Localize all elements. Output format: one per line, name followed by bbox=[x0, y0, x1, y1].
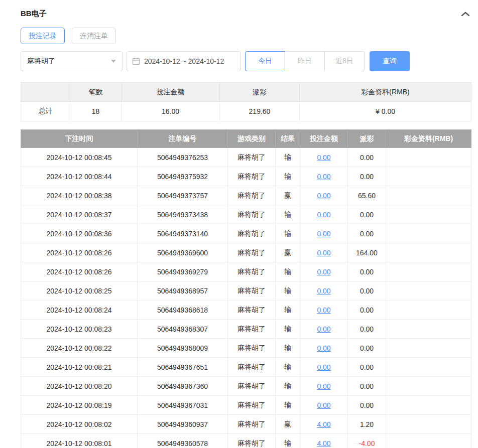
bet-amount-link[interactable]: 0.00 bbox=[317, 268, 330, 276]
bet-amount-link[interactable]: 4.00 bbox=[317, 439, 330, 447]
bet-amount-link[interactable]: 0.00 bbox=[317, 287, 330, 295]
payout-cell: 0.00 bbox=[348, 148, 386, 167]
game-type-cell: 麻将胡了 bbox=[228, 205, 276, 224]
order-id-cell: 5064949368957 bbox=[138, 281, 228, 301]
bet-amount-link[interactable]: 0.00 bbox=[317, 401, 330, 409]
payout-cell: 0.00 bbox=[348, 301, 386, 320]
bet-amount-cell: 4.00 bbox=[300, 415, 348, 434]
bet-amount-link[interactable]: 4.00 bbox=[317, 420, 330, 428]
order-id-cell: 5064949367651 bbox=[138, 358, 228, 377]
payout-cell: 0.00 bbox=[348, 377, 386, 396]
records-tbody: 2024-10-12 00:08:455064949376253麻将胡了输0.0… bbox=[21, 148, 471, 448]
summary-header-bonus: 彩金资料(RMB) bbox=[300, 83, 471, 102]
result-cell: 输 bbox=[276, 148, 300, 167]
bet-time-cell: 2024-10-12 00:08:20 bbox=[21, 377, 138, 396]
bet-amount-link[interactable]: 0.00 bbox=[317, 249, 330, 257]
yesterday-button[interactable]: 昨日 bbox=[285, 51, 325, 71]
bonus-cell bbox=[386, 262, 471, 281]
bet-amount-cell: 0.00 bbox=[300, 339, 348, 358]
date-range-input[interactable]: 2024-10-12 ~ 2024-10-12 bbox=[127, 51, 241, 71]
summary-header-count: 笔数 bbox=[70, 83, 122, 102]
collapse-chevron-up-icon[interactable] bbox=[460, 10, 471, 18]
calendar-icon bbox=[132, 57, 140, 65]
bet-amount-link[interactable]: 0.00 bbox=[317, 154, 330, 162]
bet-time-cell: 2024-10-12 00:08:21 bbox=[21, 358, 138, 377]
game-type-cell: 麻将胡了 bbox=[228, 358, 276, 377]
game-type-cell: 麻将胡了 bbox=[228, 377, 276, 396]
bonus-cell bbox=[386, 339, 471, 358]
result-cell: 赢 bbox=[276, 243, 300, 262]
table-row: 2024-10-12 00:08:385064949373757麻将胡了赢0.0… bbox=[21, 186, 471, 205]
game-type-cell: 麻将胡了 bbox=[228, 262, 276, 281]
table-row: 2024-10-12 00:08:195064949367031麻将胡了输0.0… bbox=[21, 396, 471, 415]
bet-amount-link[interactable]: 0.00 bbox=[317, 325, 330, 333]
order-id-cell: 5064949367031 bbox=[138, 396, 228, 415]
payout-cell: 0.00 bbox=[348, 320, 386, 339]
summary-total-count: 18 bbox=[70, 102, 122, 121]
table-row: 2024-10-12 00:08:205064949367360麻将胡了输0.0… bbox=[21, 377, 471, 396]
tab-cancelled-orders[interactable]: 连消注单 bbox=[72, 28, 116, 44]
payout-cell: 0.00 bbox=[348, 396, 386, 415]
bonus-cell bbox=[386, 396, 471, 415]
bet-time-cell: 2024-10-12 00:08:38 bbox=[21, 186, 138, 205]
bet-amount-link[interactable]: 0.00 bbox=[317, 192, 330, 200]
bonus-cell bbox=[386, 320, 471, 339]
chevron-down-icon bbox=[111, 60, 116, 63]
betting-records-panel: BB电子 投注记录 连消注单 麻将胡了 2024-10-12 ~ 2024-10… bbox=[0, 0, 478, 448]
payout-cell: 0.00 bbox=[348, 339, 386, 358]
records-header-order-id: 注单编号 bbox=[138, 130, 228, 148]
payout-cell: 1.20 bbox=[348, 415, 386, 434]
payout-cell: 0.00 bbox=[348, 358, 386, 377]
result-cell: 输 bbox=[276, 320, 300, 339]
bonus-cell bbox=[386, 167, 471, 186]
query-button[interactable]: 查询 bbox=[370, 51, 410, 71]
table-row: 2024-10-12 00:08:445064949375932麻将胡了输0.0… bbox=[21, 167, 471, 186]
tab-bet-records[interactable]: 投注记录 bbox=[21, 28, 65, 44]
bet-amount-link[interactable]: 0.00 bbox=[317, 363, 330, 371]
bet-amount-cell: 0.00 bbox=[300, 358, 348, 377]
payout-cell: -4.00 bbox=[348, 434, 386, 448]
order-id-cell: 5064949367360 bbox=[138, 377, 228, 396]
order-id-cell: 5064949368618 bbox=[138, 301, 228, 320]
tab-bar: 投注记录 连消注单 bbox=[21, 28, 471, 44]
game-type-cell: 麻将胡了 bbox=[228, 434, 276, 448]
bet-time-cell: 2024-10-12 00:08:26 bbox=[21, 262, 138, 281]
bet-time-cell: 2024-10-12 00:08:24 bbox=[21, 301, 138, 320]
bet-amount-link[interactable]: 0.00 bbox=[317, 306, 330, 314]
records-header-row: 下注时间 注单编号 游戏类别 结果 投注金额 派彩 彩金资料(RMB) bbox=[21, 130, 471, 148]
order-id-cell: 5064949375932 bbox=[138, 167, 228, 186]
bet-amount-cell: 0.00 bbox=[300, 186, 348, 205]
bet-amount-link[interactable]: 0.00 bbox=[317, 173, 330, 181]
records-header-bet-amount: 投注金额 bbox=[300, 130, 348, 148]
summary-table: 笔数 投注金额 派彩 彩金资料(RMB) 总计 18 16.00 219.60 … bbox=[21, 82, 471, 121]
result-cell: 输 bbox=[276, 167, 300, 186]
payout-cell: 0.00 bbox=[348, 224, 386, 243]
order-id-cell: 5064949373140 bbox=[138, 224, 228, 243]
order-id-cell: 5064949373438 bbox=[138, 205, 228, 224]
game-type-select[interactable]: 麻将胡了 bbox=[21, 51, 123, 71]
today-button[interactable]: 今日 bbox=[245, 51, 285, 71]
bet-amount-link[interactable]: 0.00 bbox=[317, 211, 330, 219]
result-cell: 输 bbox=[276, 434, 300, 448]
game-type-cell: 麻将胡了 bbox=[228, 301, 276, 320]
date-range-value: 2024-10-12 ~ 2024-10-12 bbox=[144, 57, 224, 65]
bonus-cell bbox=[386, 434, 471, 448]
order-id-cell: 5064949369279 bbox=[138, 262, 228, 281]
bet-time-cell: 2024-10-12 00:08:36 bbox=[21, 224, 138, 243]
bet-amount-link[interactable]: 0.00 bbox=[317, 230, 330, 238]
bet-amount-link[interactable]: 0.00 bbox=[317, 382, 330, 390]
bet-time-cell: 2024-10-12 00:08:44 bbox=[21, 167, 138, 186]
table-row: 2024-10-12 00:08:365064949373140麻将胡了输0.0… bbox=[21, 224, 471, 243]
last-8-days-button[interactable]: 近8日 bbox=[324, 51, 365, 71]
summary-total-bonus: ¥ 0.00 bbox=[300, 102, 471, 121]
table-row: 2024-10-12 00:08:215064949367651麻将胡了输0.0… bbox=[21, 358, 471, 377]
bet-amount-link[interactable]: 0.00 bbox=[317, 344, 330, 352]
bet-amount-cell: 0.00 bbox=[300, 301, 348, 320]
table-row: 2024-10-12 00:08:235064949368307麻将胡了输0.0… bbox=[21, 320, 471, 339]
summary-total-payout: 219.60 bbox=[220, 102, 300, 121]
order-id-cell: 5064949369600 bbox=[138, 243, 228, 262]
bet-amount-cell: 0.00 bbox=[300, 167, 348, 186]
game-type-cell: 麻将胡了 bbox=[228, 281, 276, 301]
game-type-cell: 麻将胡了 bbox=[228, 320, 276, 339]
records-header-payout: 派彩 bbox=[348, 130, 386, 148]
